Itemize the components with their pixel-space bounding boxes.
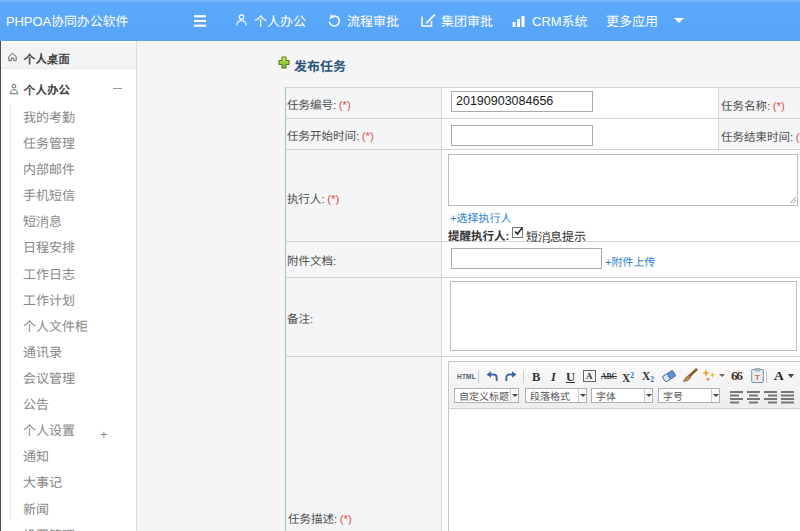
svg-text:T: T [755,373,760,382]
